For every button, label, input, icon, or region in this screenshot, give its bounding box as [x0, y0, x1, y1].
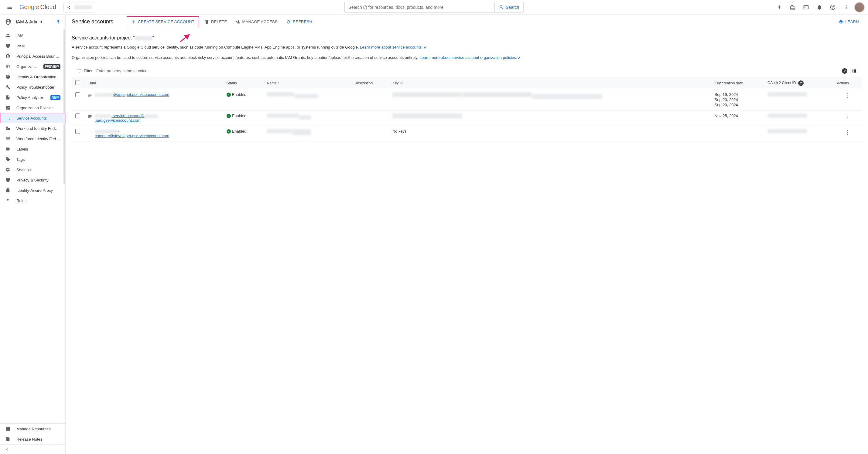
status-badge: ✓Enabled [226, 92, 260, 97]
sidebar-item-service-accounts[interactable]: Service Accounts [0, 113, 65, 123]
col-oauth[interactable]: OAuth 2 Client ID ? [764, 77, 833, 89]
col-status[interactable]: Status [223, 77, 263, 89]
service-accounts-table: Email Status Name↑ Description Key ID Ke… [72, 77, 862, 141]
svg-point-0 [67, 7, 68, 8]
sidebar-item-iam[interactable]: IAM [0, 30, 65, 41]
email-link[interactable]: -service-account@.iam.gserviceaccount.co… [95, 114, 174, 123]
gift-button[interactable] [786, 1, 799, 13]
project-name-redacted [135, 36, 152, 40]
key-dates: Sep 19, 2024Sep 20, 2024Sep 20, 2024 [715, 92, 760, 107]
filter-label[interactable]: Filter [76, 68, 93, 74]
sidebar-item-org-policies[interactable]: Organization Policies [0, 103, 65, 113]
email-link[interactable]: -compute@developer.gserviceaccount.com [95, 129, 174, 138]
sidebar-item-analyzer[interactable]: Policy AnalyzerNEW [0, 92, 65, 103]
row-checkbox[interactable] [75, 92, 80, 97]
sidebar-item-manage-resources[interactable]: Manage Resources [0, 424, 65, 434]
row-checkbox[interactable] [75, 114, 80, 118]
search-button[interactable]: Search [494, 2, 523, 12]
description-1: A service account represents a Google Cl… [72, 44, 862, 51]
col-email[interactable]: Email [84, 77, 223, 89]
sidebar-header: IAM & Admin [0, 14, 65, 29]
sidebar-collapse-button[interactable] [0, 444, 65, 454]
help-icon [830, 4, 836, 10]
help-button[interactable] [827, 1, 839, 13]
sidebar-item-pab[interactable]: Principal Access Boundary [0, 51, 65, 61]
sidebar-item-iap[interactable]: Identity-Aware Proxy [0, 185, 65, 195]
learn-more-policy-link[interactable]: Learn more about service account organiz… [420, 55, 521, 60]
row-actions-button[interactable]: ⋮ [833, 126, 862, 141]
refresh-icon [286, 20, 291, 24]
filter-input[interactable] [96, 69, 838, 73]
filter-help-button[interactable]: ? [842, 68, 847, 74]
trash-icon [205, 20, 209, 24]
sidebar-title: IAM & Admin [16, 19, 52, 24]
select-all-checkbox[interactable] [75, 80, 80, 85]
refresh-button[interactable]: Refresh [283, 17, 315, 27]
sidebar-item-settings[interactable]: Settings [0, 164, 65, 175]
project-name-redacted [74, 5, 92, 9]
more-vert-icon [843, 4, 849, 10]
col-description[interactable]: Description [351, 77, 389, 89]
sidebar-item-release-notes[interactable]: Release Notes [0, 434, 65, 444]
google-cloud-logo[interactable]: Google Cloud [17, 4, 59, 11]
gemini-button[interactable] [773, 1, 785, 13]
status-badge: ✓Enabled [226, 129, 260, 133]
row-checkbox[interactable] [75, 129, 80, 134]
table-row[interactable]: -compute@developer.gserviceaccount.com ✓… [72, 126, 862, 141]
project-selector[interactable] [63, 2, 95, 12]
description-2: Organization policies can be used to sec… [72, 55, 862, 61]
gift-icon [789, 4, 796, 10]
sidebar-item-identity-org[interactable]: Identity & Organization [0, 72, 65, 82]
table-row[interactable]: -service-account@.iam.gserviceaccount.co… [72, 110, 862, 126]
sidebar-item-privacy[interactable]: Privacy & Security [0, 175, 65, 185]
sidebar-item-roles[interactable]: Roles [0, 195, 65, 206]
sort-asc-icon: ↑ [277, 81, 279, 85]
svg-point-2 [69, 8, 70, 8]
page-title: Service accounts [72, 19, 113, 25]
col-name[interactable]: Name↑ [263, 77, 351, 89]
user-avatar[interactable] [855, 2, 864, 12]
key-date: Nov 25, 2024 [715, 114, 738, 118]
email-link[interactable]: @appspot.gserviceaccount.com [95, 92, 169, 97]
row-actions-button[interactable]: ⋮ [833, 110, 862, 126]
service-account-icon [88, 93, 92, 98]
col-keyid[interactable]: Key ID [389, 77, 711, 89]
col-actions: Actions [833, 77, 862, 89]
sparkle-icon [776, 4, 782, 10]
top-header: Google Cloud Search [0, 0, 868, 14]
table-row[interactable]: @appspot.gserviceaccount.com ✓Enabled Se… [72, 89, 862, 110]
row-actions-button[interactable]: ⋮ [833, 89, 862, 110]
search-icon [499, 5, 504, 10]
search-box: Search [344, 2, 524, 13]
sidebar-item-troubleshooter[interactable]: Policy Troubleshooter [0, 82, 65, 92]
external-link-icon: ⬈ [423, 45, 426, 49]
sidebar-item-pam[interactable]: PAM [0, 41, 65, 51]
columns-icon[interactable] [851, 68, 857, 74]
more-button[interactable] [840, 1, 852, 13]
filter-icon [76, 68, 82, 74]
hamburger-icon [7, 4, 13, 10]
bell-icon [816, 4, 823, 10]
sidebar-item-orgs[interactable]: OrganizationsPREVIEW [0, 61, 65, 72]
plus-icon [131, 20, 136, 24]
pin-button[interactable] [56, 20, 60, 24]
chevron-left-icon [5, 447, 9, 452]
create-service-account-button[interactable]: Create Service Account [127, 17, 199, 27]
sidebar-item-workforce-identity[interactable]: Workforce Identity Federation [0, 133, 65, 144]
service-account-icon [88, 114, 92, 119]
col-keydate[interactable]: Key creation date [711, 77, 764, 89]
menu-button[interactable] [2, 0, 17, 14]
content-toolbar: Service accounts Create Service Account … [66, 14, 868, 29]
delete-button[interactable]: Delete [202, 17, 230, 27]
oauth-help[interactable]: ? [798, 80, 804, 86]
search-input[interactable] [345, 5, 494, 10]
sidebar-item-tags[interactable]: Tags [0, 154, 65, 164]
manage-access-button[interactable]: Manage Access [232, 17, 281, 27]
sidebar-item-workload-identity[interactable]: Workload Identity Federation [0, 123, 65, 133]
cloudshell-button[interactable] [800, 1, 812, 13]
notifications-button[interactable] [813, 1, 826, 13]
no-keys-text: No keys [393, 129, 407, 133]
sidebar-item-labels[interactable]: Labels [0, 144, 65, 154]
learn-button[interactable]: Learn [836, 17, 862, 27]
learn-more-sa-link[interactable]: Learn more about service accounts.⬈ [360, 45, 426, 50]
